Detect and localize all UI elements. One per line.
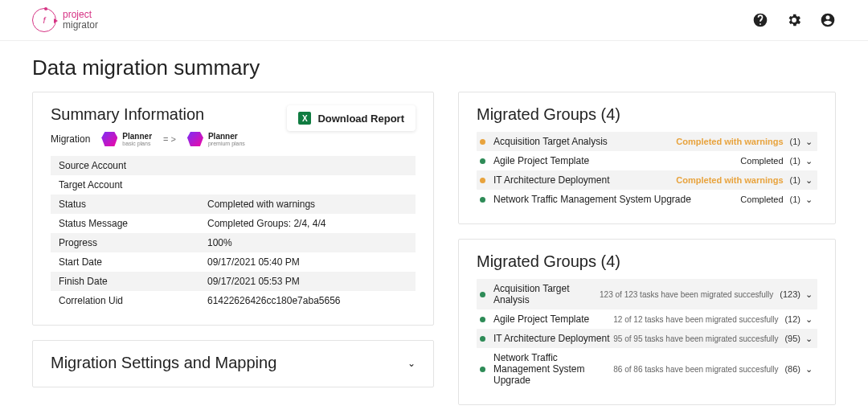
migration-row: Migration Planner basic plans = >: [51, 132, 245, 146]
group-name: Agile Project Template: [493, 314, 613, 325]
group-row[interactable]: Network Traffic Management System Upgrad…: [477, 190, 817, 209]
chevron-down-icon[interactable]: ⌄: [805, 137, 813, 147]
status-dot-icon: [480, 197, 485, 203]
summary-row: Status MessageCompleted Groups: 2/4, 4/4: [51, 214, 416, 233]
brand-logo-text: project migrator: [63, 10, 98, 30]
summary-row-key: Start Date: [51, 252, 199, 272]
summary-row-key: Target Account: [51, 175, 199, 195]
group-name: Agile Project Template: [493, 155, 740, 166]
summary-row-value: [199, 175, 416, 195]
group-name: Acquisition Target Analysis: [493, 136, 676, 147]
summary-row-key: Status: [51, 195, 199, 214]
summary-row: Finish Date09/17/2021 05:53 PM: [51, 272, 416, 291]
group-count: (1): [790, 175, 800, 185]
planner-to: Planner premium plans: [187, 132, 245, 146]
group-count: (95): [784, 334, 800, 343]
status-dot-icon: [480, 317, 485, 322]
summary-row: Source Account: [51, 156, 416, 175]
group-count: (12): [784, 314, 800, 324]
group-status: Completed with warnings: [676, 175, 783, 185]
planner-icon: [101, 132, 117, 146]
group-row[interactable]: Agile Project TemplateCompleted(1)⌄: [477, 151, 817, 170]
chevron-down-icon[interactable]: ⌄: [805, 289, 813, 300]
gear-icon[interactable]: [786, 12, 802, 28]
chevron-down-icon[interactable]: ⌄: [805, 156, 813, 166]
group-count: (86): [784, 364, 800, 374]
group-count: (1): [790, 195, 800, 204]
chevron-down-icon[interactable]: ⌄: [805, 334, 813, 344]
summary-row-key: Finish Date: [51, 272, 199, 291]
summary-row: Progress100%: [51, 233, 416, 252]
summary-row-key: Correlation Uid: [51, 291, 199, 310]
group-status: Completed with warnings: [676, 137, 783, 146]
group-status: 86 of 86 tasks have been migrated succes…: [613, 365, 778, 374]
summary-row-value: 100%: [199, 233, 416, 252]
summary-row-value: Completed Groups: 2/4, 4/4: [199, 214, 416, 233]
chevron-down-icon[interactable]: ⌄: [805, 364, 813, 375]
summary-row-key: Source Account: [51, 156, 199, 175]
chevron-down-icon[interactable]: ⌄: [805, 175, 813, 186]
migrated-groups-1-title: Migrated Groups (4): [477, 105, 817, 124]
status-dot-icon: [480, 367, 485, 372]
summary-row: Correlation Uid61422626426cc180e7aba5656: [51, 291, 416, 310]
group-status: 123 of 123 tasks have been migrated succ…: [600, 290, 773, 299]
group-row[interactable]: Acquisition Target Analysis123 of 123 ta…: [477, 279, 817, 309]
group-status: Completed: [740, 156, 783, 166]
group-count: (123): [780, 289, 800, 299]
group-name: IT Architecture Deployment: [493, 174, 676, 186]
chevron-down-icon[interactable]: ⌄: [407, 358, 416, 369]
group-row[interactable]: Network Traffic Management System Upgrad…: [477, 348, 817, 390]
settings-title: Migration Settings and Mapping: [51, 354, 276, 372]
help-icon[interactable]: [752, 12, 768, 28]
migrated-groups-panel-2: Migrated Groups (4) Acquisition Target A…: [458, 239, 836, 405]
migrated-groups-panel-1: Migrated Groups (4) Acquisition Target A…: [458, 92, 836, 224]
group-row[interactable]: Agile Project Template12 of 12 tasks hav…: [477, 309, 817, 329]
topbar: f project migrator: [0, 0, 868, 41]
summary-row-value: 09/17/2021 05:53 PM: [199, 272, 416, 291]
summary-row-value: Completed with warnings: [199, 195, 416, 214]
group-row[interactable]: IT Architecture DeploymentCompleted with…: [477, 170, 817, 190]
planner-from: Planner basic plans: [101, 132, 152, 146]
status-dot-icon: [480, 178, 485, 183]
summary-row: Start Date09/17/2021 05:40 PM: [51, 252, 416, 272]
group-status: 95 of 95 tasks have been migrated succes…: [613, 334, 778, 343]
status-dot-icon: [480, 336, 485, 342]
group-status: Completed: [740, 195, 783, 204]
brand-logo-mark: f: [32, 8, 56, 32]
page-title: Data migration summary: [32, 55, 836, 80]
summary-row-value: 09/17/2021 05:40 PM: [199, 252, 416, 272]
brand-logo[interactable]: f project migrator: [32, 8, 98, 32]
group-count: (1): [790, 137, 800, 146]
group-row[interactable]: IT Architecture Deployment95 of 95 tasks…: [477, 329, 817, 348]
account-icon[interactable]: [820, 12, 836, 28]
migrated-groups-2-title: Migrated Groups (4): [477, 252, 817, 271]
summary-panel: Summary Information Migration Planner ba…: [32, 92, 434, 326]
planner-icon: [187, 132, 203, 146]
brand-line2: migrator: [63, 20, 98, 31]
chevron-down-icon[interactable]: ⌄: [805, 195, 813, 205]
download-report-label: Download Report: [317, 113, 404, 125]
status-dot-icon: [480, 158, 485, 164]
status-dot-icon: [480, 139, 485, 145]
download-report-button[interactable]: X Download Report: [287, 105, 416, 131]
settings-panel[interactable]: Migration Settings and Mapping ⌄: [32, 340, 434, 387]
migration-label: Migration: [51, 133, 90, 145]
chevron-down-icon[interactable]: ⌄: [805, 314, 813, 325]
group-count: (1): [790, 156, 800, 166]
summary-title: Summary Information: [51, 105, 245, 124]
group-name: Acquisition Target Analysis: [493, 283, 600, 305]
summary-row-value: [199, 156, 416, 175]
summary-row: StatusCompleted with warnings: [51, 195, 416, 214]
summary-row-key: Status Message: [51, 214, 199, 233]
group-name: Network Traffic Management System Upgrad…: [493, 194, 740, 205]
summary-row-value: 61422626426cc180e7aba5656: [199, 291, 416, 310]
group-name: IT Architecture Deployment: [493, 333, 613, 344]
summary-table: Source AccountTarget AccountStatusComple…: [51, 156, 416, 310]
status-dot-icon: [480, 292, 485, 297]
group-status: 12 of 12 tasks have been migrated succes…: [613, 315, 778, 324]
excel-icon: X: [298, 112, 311, 125]
group-name: Network Traffic Management System Upgrad…: [493, 352, 613, 386]
group-row[interactable]: Acquisition Target AnalysisCompleted wit…: [477, 132, 817, 151]
arrow-icon: = >: [163, 134, 176, 144]
summary-row-key: Progress: [51, 233, 199, 252]
